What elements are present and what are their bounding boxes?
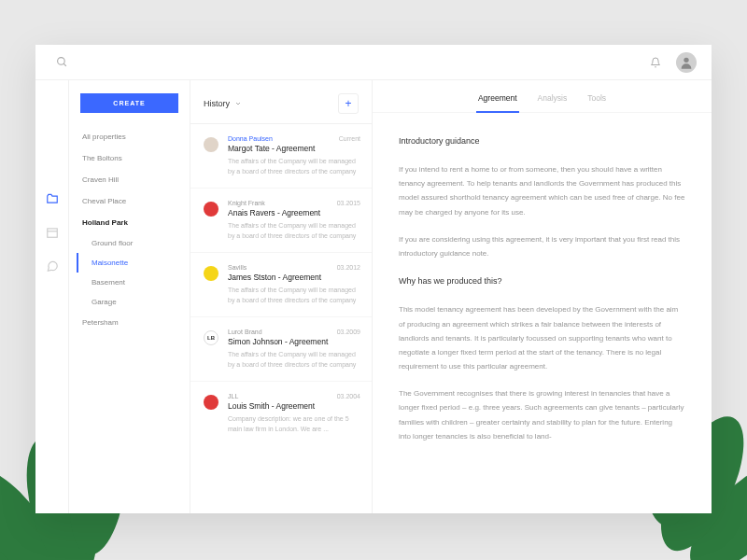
history-item[interactable]: Savills03.2012James Stston - AgreementTh…	[190, 252, 372, 316]
svg-point-9	[684, 57, 688, 62]
content-paragraph: The Government recognises that there is …	[399, 386, 685, 443]
history-description: The affairs of the Company will be manag…	[228, 221, 360, 241]
icon-rail	[35, 80, 69, 513]
history-title-text: History	[204, 99, 230, 108]
history-logo	[204, 266, 218, 281]
notification-icon[interactable]	[644, 51, 667, 74]
sidebar-item[interactable]: Cheval Place	[69, 190, 190, 212]
app-window: CREATE All propertiesThe BoltonsCraven H…	[35, 45, 712, 513]
tab[interactable]: Tools	[587, 93, 606, 112]
history-description: The affairs of the Company will be manag…	[228, 350, 360, 370]
history-logo: LB	[204, 330, 218, 345]
history-column: History + Donna PaulsenCurrentMargot Tat…	[190, 80, 373, 513]
content-body: Introductory guidance If you intend to r…	[373, 113, 712, 513]
history-company: Knight Frank	[228, 200, 265, 206]
history-title: Margot Tate - Agreement	[228, 144, 360, 153]
rail-folder-icon[interactable]	[46, 192, 59, 209]
sidebar-item[interactable]: The Boltons	[69, 147, 190, 169]
sidebar-item[interactable]: Holland Park	[69, 212, 190, 233]
history-date: Current	[339, 135, 360, 142]
history-description: The affairs of the Company will be manag…	[228, 286, 360, 305]
sidebar: CREATE All propertiesThe BoltonsCraven H…	[69, 80, 190, 513]
tab[interactable]: Agreement	[478, 93, 517, 112]
history-date: 03.2015	[337, 200, 360, 206]
svg-line-8	[63, 63, 66, 66]
history-list: Donna PaulsenCurrentMargot Tate - Agreem…	[190, 123, 372, 513]
history-item[interactable]: Donna PaulsenCurrentMargot Tate - Agreem…	[190, 123, 372, 188]
content-heading: Introductory guidance	[399, 133, 685, 149]
history-item[interactable]: LBLurot Brand03.2009Simon Johnson - Agre…	[190, 316, 372, 381]
topbar	[35, 45, 712, 80]
sidebar-item[interactable]: Craven Hill	[69, 169, 190, 190]
history-dropdown[interactable]: History	[204, 99, 242, 108]
content-paragraph: This model tenancy agreement has been de…	[399, 302, 685, 373]
history-company: Lurot Brand	[228, 329, 262, 335]
search-icon[interactable]	[50, 51, 73, 74]
tabs: AgreementAnalysisTools	[373, 80, 712, 113]
history-company: Savills	[228, 264, 247, 271]
rail-chat-icon[interactable]	[46, 259, 59, 276]
history-date: 03.2012	[337, 264, 360, 271]
rail-calendar-icon[interactable]	[46, 226, 59, 243]
history-logo	[204, 137, 218, 152]
sidebar-item[interactable]: Petersham	[69, 312, 190, 333]
user-avatar[interactable]	[676, 52, 697, 73]
history-description: Company description: we are one of the 5…	[228, 414, 360, 434]
history-title: Simon Johnson - Agreement	[228, 337, 360, 346]
sidebar-subitem[interactable]: Basement	[78, 273, 190, 292]
svg-rect-10	[47, 229, 57, 237]
history-logo	[204, 395, 218, 410]
main-content: AgreementAnalysisTools Introductory guid…	[373, 80, 712, 513]
history-title: Anais Ravers - Agreement	[228, 208, 360, 217]
create-button[interactable]: CREATE	[80, 93, 178, 113]
content-paragraph: If you intend to rent a home to or from …	[399, 162, 685, 219]
sidebar-subitem[interactable]: Garage	[78, 292, 190, 312]
sidebar-subitem[interactable]: Ground floor	[78, 233, 190, 253]
history-item[interactable]: JLL03.2004Louis Smith - AgreementCompany…	[190, 381, 372, 445]
history-company: JLL	[228, 393, 238, 399]
content-paragraph: If you are considering using this agreem…	[399, 232, 685, 260]
history-description: The affairs of the Company will be manag…	[228, 157, 360, 176]
sidebar-subitem[interactable]: Maisonette	[77, 253, 190, 273]
svg-point-7	[57, 58, 64, 65]
history-item[interactable]: Knight Frank03.2015Anais Ravers - Agreem…	[190, 188, 372, 252]
tab[interactable]: Analysis	[538, 93, 568, 112]
history-title: Louis Smith - Agreement	[228, 401, 360, 411]
history-date: 03.2009	[337, 329, 360, 335]
chevron-down-icon	[234, 100, 242, 107]
add-button[interactable]: +	[338, 93, 359, 114]
sidebar-item[interactable]: All properties	[69, 126, 190, 147]
history-date: 03.2004	[337, 393, 360, 399]
history-company: Donna Paulsen	[228, 135, 273, 142]
content-heading: Why has we produced this?	[399, 273, 685, 289]
history-logo	[204, 202, 218, 217]
history-title: James Stston - Agreement	[228, 273, 360, 282]
